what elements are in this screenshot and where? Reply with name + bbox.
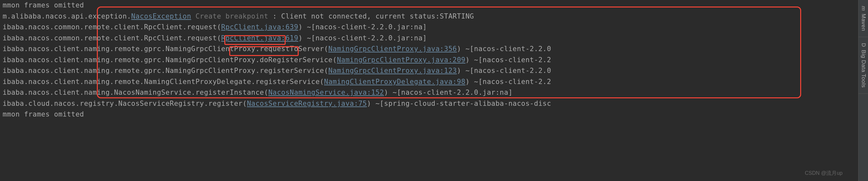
stack-text: ibaba.nacos.client.naming.NacosNamingSer… — [3, 88, 268, 96]
console-output: mmon frames omittedm.alibaba.nacos.api.e… — [0, 0, 858, 181]
stack-text: ibaba.nacos.client.naming.remote.NamingC… — [3, 78, 324, 85]
console-line: mmon frames omitted — [3, 109, 856, 120]
source-link[interactable]: NamingGrpcClientProxy.java:356 — [328, 45, 457, 53]
stack-text: ibaba.nacos.client.naming.remote.gprc.Na… — [3, 45, 328, 53]
source-link[interactable]: NamingGrpcClientProxy.java:123 — [328, 67, 457, 75]
right-sidebar: m Maven D Big Data Tools — [858, 0, 868, 181]
stack-text: ibaba.nacos.common.remote.client.RpcClie… — [3, 34, 221, 42]
stack-text: ) ~[nacos-client-2.2.0.jar:na] — [298, 23, 427, 31]
big-data-icon: D — [860, 43, 867, 47]
stack-text: m.alibaba.nacos.api.exception. — [3, 12, 131, 20]
console-line: ibaba.nacos.client.naming.remote.NamingC… — [3, 76, 856, 87]
stack-text: : Client not connected, current status:S… — [273, 12, 474, 20]
maven-icon: m — [860, 6, 867, 11]
big-data-tools-tab[interactable]: D Big Data Tools — [859, 37, 868, 94]
stack-text: mmon frames omitted — [3, 1, 84, 9]
source-link[interactable]: NacosException — [131, 12, 191, 20]
console-line: ibaba.nacos.common.remote.client.RpcClie… — [3, 33, 856, 44]
source-link[interactable]: RpcClient.java:619 — [221, 34, 298, 42]
stack-text: ibaba.cloud.nacos.registry.NacosServiceR… — [3, 100, 247, 107]
maven-tool-tab[interactable]: m Maven — [859, 0, 868, 37]
console-line: ibaba.nacos.common.remote.client.RpcClie… — [3, 22, 856, 33]
stack-text: ) ~[nacos-client-2.2.0 — [457, 67, 551, 75]
source-link[interactable]: RpcClient.java:639 — [221, 23, 298, 31]
stack-text: ) ~[nacos-client-2.2.0.jar:na] — [298, 34, 427, 42]
stack-text: ) ~[nacos-client-2.2 — [465, 78, 551, 85]
watermark: CSDN @流月up — [805, 168, 843, 179]
stack-text: ibaba.nacos.common.remote.client.RpcClie… — [3, 23, 221, 31]
create-breakpoint-link[interactable]: Create breakpoint — [191, 12, 273, 20]
stack-text: mmon frames omitted — [3, 110, 84, 118]
stack-text: ibaba.nacos.client.naming.remote.gprc.Na… — [3, 56, 337, 64]
console-line: ibaba.nacos.client.naming.NacosNamingSer… — [3, 87, 856, 98]
source-link[interactable]: NamingClientProxyDelegate.java:98 — [324, 78, 466, 85]
maven-label: Maven — [860, 14, 867, 31]
source-link[interactable]: NamingGrpcClientProxy.java:209 — [337, 56, 465, 64]
big-data-label: Big Data Tools — [860, 50, 867, 87]
source-link[interactable]: NacosNamingService.java:152 — [268, 88, 384, 96]
console-line: ibaba.nacos.client.naming.remote.gprc.Na… — [3, 55, 856, 66]
console-line: mmon frames omitted — [3, 0, 856, 11]
source-link[interactable]: NacosServiceRegistry.java:75 — [247, 100, 367, 107]
stack-text: ) ~[nacos-client-2.2.0 — [457, 45, 551, 53]
console-line: m.alibaba.nacos.api.exception.NacosExcep… — [3, 11, 856, 22]
stack-text: ) ~[nacos-client-2.2.0.jar:na] — [384, 88, 513, 96]
stack-text: ) ~[spring-cloud-starter-alibaba-nacos-d… — [367, 100, 551, 107]
stack-text: ibaba.nacos.client.naming.remote.gprc.Na… — [3, 67, 328, 75]
console-line: ibaba.nacos.client.naming.remote.gprc.Na… — [3, 44, 856, 55]
console-line: ibaba.nacos.client.naming.remote.gprc.Na… — [3, 65, 856, 76]
stack-text: ) ~[nacos-client-2.2 — [465, 56, 551, 64]
console-line: ibaba.cloud.nacos.registry.NacosServiceR… — [3, 98, 856, 109]
